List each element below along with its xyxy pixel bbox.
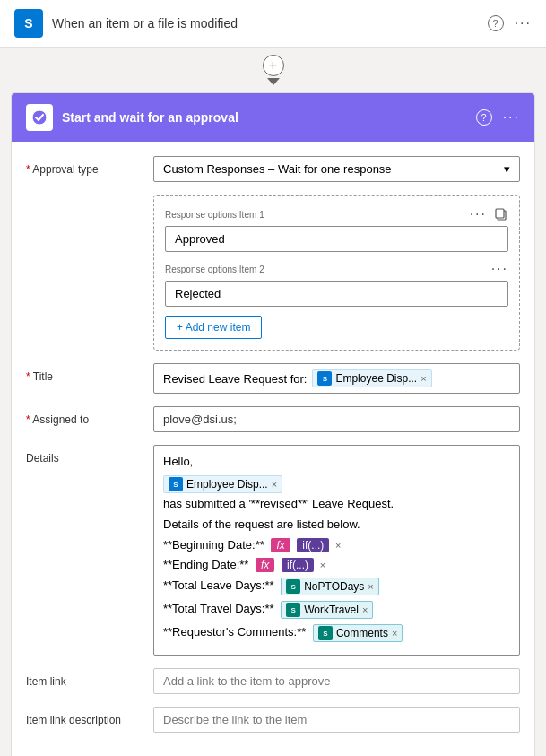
approval-type-row: Approval type Custom Responses – Wait fo… xyxy=(26,156,520,182)
response-options-label xyxy=(26,195,143,202)
add-step-button[interactable]: + xyxy=(263,55,284,76)
if-tag-2-close[interactable]: × xyxy=(320,560,325,570)
pto-tag-close[interactable]: × xyxy=(368,581,373,592)
svg-rect-2 xyxy=(496,209,504,218)
details-requestor-label: **Requestor's Comments:** xyxy=(163,625,306,639)
approval-type-label: Approval type xyxy=(26,156,143,176)
if-tag-1-close[interactable]: × xyxy=(335,540,341,551)
comments-tag-label: Comments xyxy=(336,627,388,639)
item-link-desc-row: Item link description xyxy=(26,707,520,733)
details-total-travel-label: **Total Travel Days:** xyxy=(163,602,274,615)
topbar-help-button[interactable]: ? xyxy=(488,15,504,31)
details-total-travel-line: **Total Travel Days:** S WorkTravel × xyxy=(163,601,510,619)
response-item-1: Response options Item 1 ··· xyxy=(165,206,508,252)
assigned-to-field[interactable]: plove@dsi.us; xyxy=(153,406,520,432)
assigned-to-content: plove@dsi.us; xyxy=(153,406,520,432)
fx-label-2: fx xyxy=(261,559,269,571)
approval-icon xyxy=(30,109,48,126)
item-link-label: Item link xyxy=(26,668,143,688)
card-more-button[interactable]: ··· xyxy=(503,109,520,126)
item-link-content xyxy=(153,668,520,694)
if-tag-2[interactable]: if(...) xyxy=(282,558,314,572)
details-row: Details Hello, S Employee Disp... × has … xyxy=(26,445,520,656)
comments-tag-close[interactable]: × xyxy=(392,628,397,639)
details-content: Hello, S Employee Disp... × has submitte… xyxy=(153,445,520,656)
if-label-2: if(...) xyxy=(287,559,308,571)
pto-tag-icon: S xyxy=(286,579,300,594)
card-help-button[interactable]: ? xyxy=(476,109,492,126)
response-item-1-label: Response options Item 1 xyxy=(165,209,264,220)
chevron-down-icon: ▾ xyxy=(504,162,510,176)
details-employee-tag-icon: S xyxy=(169,477,183,491)
title-content: Revised Leave Request for: S Employee Di… xyxy=(153,363,520,394)
details-employee-tag[interactable]: S Employee Disp... × xyxy=(163,475,282,493)
copy-icon xyxy=(494,207,508,222)
add-item-button[interactable]: + Add new item xyxy=(165,316,262,339)
pto-tag-label: NoPTODays xyxy=(304,580,364,593)
work-travel-tag-icon: S xyxy=(286,603,300,617)
fx-tag-1[interactable]: fx xyxy=(271,538,290,552)
details-total-leave-label: **Total Leave Days:** xyxy=(163,578,274,592)
assigned-to-row: Assigned to plove@dsi.us; xyxy=(26,406,520,432)
details-hello-line: Hello, xyxy=(163,455,510,468)
approval-type-select[interactable]: Custom Responses – Wait for one response… xyxy=(153,156,520,182)
details-employee-tag-close[interactable]: × xyxy=(272,479,277,490)
response-item-1-actions: ··· xyxy=(470,206,508,222)
details-label: Details xyxy=(26,445,143,465)
fx-tag-2[interactable]: fx xyxy=(256,558,274,572)
details-employee-tag-label: Employee Disp... xyxy=(186,478,268,491)
card-header: Start and wait for an approval ? ··· xyxy=(12,93,534,142)
title-field[interactable]: Revised Leave Request for: S Employee Di… xyxy=(153,363,520,394)
details-listed-line: Details of the request are listed below. xyxy=(163,517,510,531)
title-prefix: Revised Leave Request for: xyxy=(163,372,307,386)
details-total-leave-line: **Total Leave Days:** S NoPTODays × xyxy=(163,578,510,595)
approval-type-value: Custom Responses – Wait for one response xyxy=(163,162,392,176)
fx-label-1: fx xyxy=(276,539,284,552)
details-pto-tag[interactable]: S NoPTODays × xyxy=(281,578,379,595)
response-item-1-copy-button[interactable] xyxy=(494,207,508,222)
details-work-travel-tag[interactable]: S WorkTravel × xyxy=(281,601,373,619)
title-row: Title Revised Leave Request for: S Emplo… xyxy=(26,363,520,394)
svg-point-0 xyxy=(32,110,47,125)
response-options-box: Response options Item 1 ··· xyxy=(153,195,520,351)
topbar-title: When an item or a file is modified xyxy=(52,16,479,30)
add-item-label: + Add new item xyxy=(177,321,250,334)
card-header-title: Start and wait for an approval xyxy=(62,110,467,125)
response-item-2-input[interactable] xyxy=(165,281,508,307)
work-travel-tag-close[interactable]: × xyxy=(362,604,368,615)
response-item-1-header: Response options Item 1 ··· xyxy=(165,206,508,222)
details-submitted-line: S Employee Disp... × has submitted a '**… xyxy=(163,475,510,510)
details-comments-tag[interactable]: S Comments × xyxy=(313,624,403,642)
response-item-2-label: Response options Item 2 xyxy=(165,264,264,274)
assigned-to-label: Assigned to xyxy=(26,406,143,426)
item-link-input[interactable] xyxy=(153,668,520,694)
topbar-more-button[interactable]: ··· xyxy=(515,15,532,31)
approval-card: Start and wait for an approval ? ··· App… xyxy=(11,92,535,756)
title-employee-tag[interactable]: S Employee Disp... × xyxy=(312,369,431,387)
details-beg-date-label: **Beginning Date:** xyxy=(163,538,264,552)
if-label-1: if(...) xyxy=(302,539,324,552)
comments-tag-icon: S xyxy=(318,626,333,640)
connector-area: + xyxy=(0,48,546,92)
tag-icon: S xyxy=(317,371,332,386)
response-item-1-input[interactable] xyxy=(165,226,508,252)
details-beg-date-line: **Beginning Date:** fx if(...) × xyxy=(163,538,510,552)
work-travel-tag-label: WorkTravel xyxy=(304,604,359,616)
down-arrow-icon xyxy=(267,78,280,85)
details-end-date-label: **Ending Date:** xyxy=(163,558,248,571)
response-options-row: Response options Item 1 ··· xyxy=(26,195,520,351)
response-item-2: Response options Item 2 ··· xyxy=(165,261,508,307)
item-link-desc-input[interactable] xyxy=(153,707,520,733)
response-item-1-more-button[interactable]: ··· xyxy=(470,206,487,222)
item-link-desc-label: Item link description xyxy=(26,707,143,726)
details-field[interactable]: Hello, S Employee Disp... × has submitte… xyxy=(153,445,520,656)
card-header-actions: ? ··· xyxy=(476,109,520,126)
response-item-2-more-button[interactable]: ··· xyxy=(491,261,508,277)
tag-close-button[interactable]: × xyxy=(420,373,426,384)
details-requestor-line: **Requestor's Comments:** S Comments × xyxy=(163,624,510,642)
details-hello: Hello, xyxy=(163,455,193,468)
response-options-content: Response options Item 1 ··· xyxy=(153,195,520,351)
details-listed-text: Details of the request are listed below. xyxy=(163,517,360,531)
card-body: Approval type Custom Responses – Wait fo… xyxy=(12,142,534,756)
if-tag-1[interactable]: if(...) xyxy=(297,538,329,552)
